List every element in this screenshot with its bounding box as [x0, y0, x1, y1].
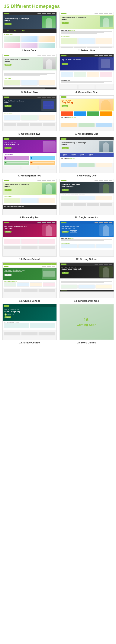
demo-item-14[interactable]: When There Is A New Language Learned, Th… — [59, 262, 114, 302]
demo-number-9: 9. — [20, 216, 22, 219]
demo-thumb-1[interactable]: Take The First Step To Knowledge With Us… — [2, 12, 57, 48]
demo-item-13[interactable]: EDUCARE Register Now Take Great Online C… — [2, 262, 57, 302]
demo-name-5: Course Hub Two — [21, 132, 40, 135]
demo-name-10: Single Instructor — [79, 216, 98, 219]
page-title: 15 Different Homepages — [4, 4, 112, 9]
demo-thumb-5[interactable]: Take The World's Best Courses Online Get… — [2, 96, 57, 131]
demo-item-12[interactable]: Learn Safe And Get Your License In No Ti… — [59, 221, 114, 260]
demo-thumb-12[interactable]: Learn Safe And Get Your License In No Ti… — [60, 221, 114, 256]
demo-item-8[interactable]: Take The First Step To Knowledge With Us… — [59, 137, 114, 177]
demo-thumb-9[interactable]: Take The First Step To Knowledge With Us… — [2, 179, 57, 215]
demo-number-11: 11. — [19, 258, 23, 260]
coming-soon-overlay: 16. Coming Soon — [60, 304, 114, 340]
demo-name-9: University Two — [22, 216, 40, 219]
demos-grid: Take The First Step To Knowledge With Us… — [0, 12, 116, 348]
demo-label-9: 9. University Two — [20, 216, 40, 219]
demo-item-2[interactable]: Take The First Step To Knowledge With Us… — [59, 12, 114, 52]
demo-name-13: Online School — [23, 300, 40, 302]
demo-item-9[interactable]: Take The First Step To Knowledge With Us… — [2, 179, 57, 219]
demo-number-14: 14. — [74, 300, 78, 302]
demo-number-7: 7. — [18, 174, 20, 177]
demo-label-5: 5. Course Hub Two — [18, 132, 40, 135]
demo-label-1: 1. Main Demo — [22, 49, 37, 52]
demo-number-15: 15. — [19, 341, 23, 344]
demo-thumb-3[interactable]: Take The First Step To Knowledge With Us… — [2, 54, 57, 90]
demo-number-16: 16. — [77, 341, 81, 344]
demo-name-15: Single Course — [23, 341, 40, 344]
demo-name-16: More Demos — [81, 341, 96, 344]
demo-number-5: 5. — [18, 132, 20, 135]
demo-name-6: Kindergarten One — [78, 132, 98, 135]
demo-item-15[interactable]: WELCOME TO SINGLE COURSE cloud Computing… — [2, 304, 57, 344]
demo-number-2: 2. — [78, 49, 80, 52]
demo-thumb-11[interactable]: Learn Dance And Connect With The People … — [2, 221, 57, 256]
demo-name-8: University One — [79, 174, 97, 177]
demo-name-12: Driving School — [80, 258, 97, 260]
demo-name-14: Kindergarten One — [78, 300, 99, 302]
demo-name-7: Kindergarten Two — [20, 174, 41, 177]
demo-name-2: Default One — [81, 49, 95, 52]
demo-name-1: Main Demo — [24, 49, 37, 52]
demo-item-1[interactable]: Take The First Step To Knowledge With Us… — [2, 12, 57, 52]
demo-number-8: 8. — [76, 174, 79, 177]
demo-label-3: 3. Default Two — [21, 91, 38, 94]
demo-thumb-7[interactable]: WELCOME TO EDUCARE KINDERGARTEN Get Star… — [2, 137, 57, 173]
demo-label-6: 6. Kindergarten One — [75, 132, 98, 135]
demo-thumb-16[interactable]: 16. Coming Soon — [60, 304, 114, 340]
demo-item-10[interactable]: Restart Your Career To Be More Successfu… — [59, 179, 114, 219]
demo-thumb-15[interactable]: WELCOME TO SINGLE COURSE cloud Computing… — [2, 304, 57, 340]
demo-number-12: 12. — [76, 258, 79, 260]
demo-name-3: Default Two — [24, 91, 38, 94]
demo-label-10: 10. Single Instructor — [75, 216, 98, 219]
demo-item-6[interactable]: Kids Can Learn Anything Start Now 1 2 3 … — [59, 96, 114, 135]
demo-label-8: 8. University One — [76, 174, 96, 177]
demo-thumb-13[interactable]: EDUCARE Register Now Take Great Online C… — [2, 262, 57, 298]
demo-label-15: 15. Single Course — [19, 341, 40, 344]
demo-label-2: 2. Default One — [78, 49, 95, 52]
demo-item-5[interactable]: Take The World's Best Courses Online Get… — [2, 96, 57, 135]
coming-soon-label: Coming Soon — [77, 323, 96, 326]
demo-label-13: 13. Online School — [19, 300, 40, 302]
demo-label-12: 12. Driving School — [76, 258, 97, 260]
demo-label-11: 11. Dance School — [19, 258, 40, 260]
demo-item-11[interactable]: Learn Dance And Connect With The People … — [2, 221, 57, 260]
demo-name-4: Course Hub One — [78, 91, 98, 94]
title-accent: Homepages — [32, 4, 60, 9]
demo-thumb-8[interactable]: Take The First Step To Knowledge With Us… — [60, 137, 114, 173]
demo-number-10: 10. — [75, 216, 78, 219]
demo-label-16: 16. More Demos — [77, 341, 96, 344]
title-normal: 15 Different — [4, 4, 32, 9]
demo-thumb-2[interactable]: Take The First Step To Knowledge With Us… — [60, 12, 114, 48]
demo-number-3: 3. — [21, 91, 23, 94]
demo-item-7[interactable]: WELCOME TO EDUCARE KINDERGARTEN Get Star… — [2, 137, 57, 177]
demo-thumb-10[interactable]: Restart Your Career To Be More Successfu… — [60, 179, 114, 215]
demo-label-14: 14. Kindergarten One — [74, 300, 99, 302]
demo-number-4: 4. — [76, 91, 78, 94]
coming-soon-text: 16. Coming Soon — [77, 317, 96, 327]
demo-item-16[interactable]: 16. Coming Soon 16. More Demos — [59, 304, 114, 344]
demo-item-4[interactable]: Take The World's Best Courses Online Sta… — [59, 54, 114, 94]
demo-label-7: 7. Kindergarten Two — [18, 174, 41, 177]
demo-number-13: 13. — [19, 300, 23, 302]
demo-number-6: 6. — [75, 132, 77, 135]
demo-thumb-6[interactable]: Kids Can Learn Anything Start Now 1 2 3 … — [60, 96, 114, 131]
demo-label-4: 4. Course Hub One — [76, 91, 98, 94]
demo-number-1: 1. — [22, 49, 24, 52]
demo-thumb-14[interactable]: When There Is A New Language Learned, Th… — [60, 262, 114, 298]
page-header: 15 Different Homepages — [0, 0, 116, 12]
demo-thumb-4[interactable]: Take The World's Best Courses Online Sta… — [60, 54, 114, 90]
demo-name-11: Dance School — [23, 258, 40, 260]
demo-item-3[interactable]: Take The First Step To Knowledge With Us… — [2, 54, 57, 94]
